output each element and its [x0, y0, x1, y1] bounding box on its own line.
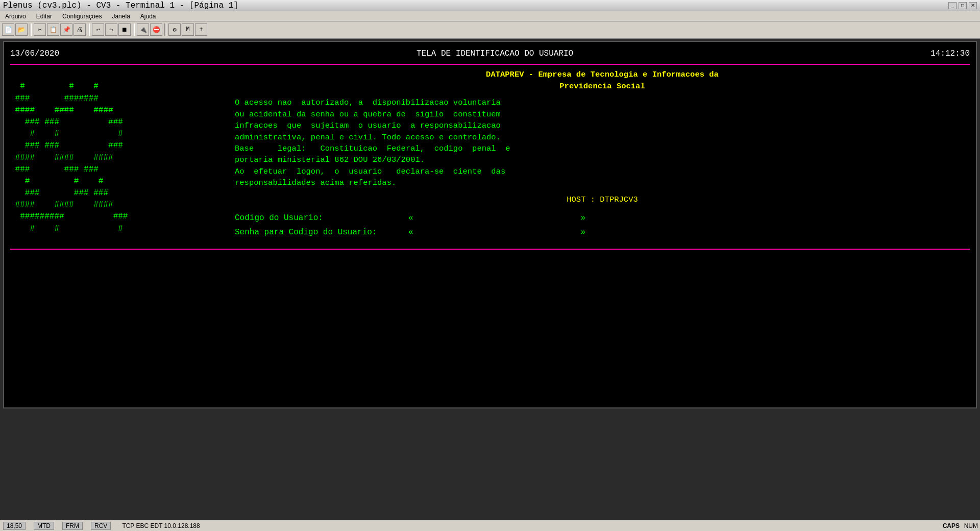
- menubar: Arquivo Editar Configurações Janela Ajud…: [0, 11, 980, 21]
- toolbar-sep-3: [133, 23, 135, 36]
- toolbar-copy[interactable]: 📋: [47, 23, 59, 36]
- toolbar-settings[interactable]: ⚙: [168, 23, 181, 36]
- close-button[interactable]: ✕: [969, 2, 977, 9]
- maximize-button[interactable]: □: [959, 2, 967, 9]
- company-title-line1: DATAPREV - Empresa de Tecnologia e Infor…: [486, 70, 719, 79]
- toolbar-macro[interactable]: M: [182, 23, 194, 36]
- status-rcv: RCV: [91, 522, 111, 530]
- terminal-content: # # # ### ####### #### #### #### ### ###…: [10, 69, 970, 240]
- toolbar-paste[interactable]: 📌: [60, 23, 72, 36]
- status-mtd: MTD: [34, 522, 54, 530]
- toolbar-sep-2: [88, 23, 90, 36]
- username-bracket-left: «: [408, 212, 413, 224]
- status-connection: TCP EBC EDT 10.0.128.188: [119, 522, 203, 529]
- status-position: 18,50: [3, 522, 26, 530]
- status-num: NUM: [964, 522, 978, 529]
- terminal[interactable]: 13/06/2020 TELA DE IDENTIFICACAO DO USUA…: [4, 42, 976, 407]
- password-input[interactable]: [415, 227, 579, 237]
- menu-ajuda[interactable]: Ajuda: [137, 13, 159, 20]
- menu-configuracoes[interactable]: Configurações: [59, 13, 105, 20]
- toolbar-forward[interactable]: ↪: [105, 23, 117, 36]
- input-fields: Codigo do Usuario: « » Senha para Codigo…: [235, 212, 970, 238]
- toolbar-disconnect[interactable]: ⛔: [150, 23, 162, 36]
- titlebar: Plenus (cv3.plc) - CV3 - Terminal 1 - [P…: [0, 0, 980, 11]
- username-row: Codigo do Usuario: « »: [235, 212, 970, 224]
- password-bracket-right: »: [581, 227, 586, 238]
- menu-editar[interactable]: Editar: [33, 13, 55, 20]
- terminal-header: 13/06/2020 TELA DE IDENTIFICACAO DO USUA…: [10, 46, 970, 62]
- host-line: HOST : DTPRJCV3: [235, 194, 970, 205]
- terminal-date: 13/06/2020: [10, 48, 59, 60]
- company-title: DATAPREV - Empresa de Tecnologia e Infor…: [235, 69, 970, 92]
- terminal-wrapper: 13/06/2020 TELA DE IDENTIFICACAO DO USUA…: [3, 41, 977, 408]
- username-input[interactable]: [415, 213, 579, 224]
- username-label: Codigo do Usuario:: [235, 212, 408, 224]
- terminal-divider-bottom: [10, 249, 970, 250]
- toolbar-print[interactable]: 🖨: [74, 23, 86, 36]
- toolbar-open[interactable]: 📂: [15, 23, 28, 36]
- toolbar: 📄 📂 ✂ 📋 📌 🖨 ↩ ↪ ⏹ 🔌 ⛔ ⚙ M +: [0, 21, 980, 39]
- password-bracket-left: «: [408, 227, 413, 238]
- company-title-line2: Previdencia Social: [559, 82, 645, 91]
- menu-arquivo[interactable]: Arquivo: [2, 13, 29, 20]
- toolbar-cut[interactable]: ✂: [34, 23, 46, 36]
- toolbar-connect[interactable]: 🔌: [137, 23, 149, 36]
- titlebar-title: Plenus (cv3.plc) - CV3 - Terminal 1 - [P…: [3, 1, 238, 10]
- status-caps: CAPS: [943, 522, 960, 529]
- toolbar-extra[interactable]: +: [195, 23, 207, 36]
- toolbar-sep-4: [164, 23, 166, 36]
- password-row: Senha para Codigo do Usuario: « »: [235, 227, 970, 238]
- menu-janela[interactable]: Janela: [109, 13, 133, 20]
- terminal-time: 14:12:30: [930, 48, 970, 60]
- username-bracket-right: »: [581, 212, 586, 224]
- terminal-divider-top: [10, 64, 970, 65]
- toolbar-new[interactable]: 📄: [2, 23, 14, 36]
- toolbar-back[interactable]: ↩: [92, 23, 104, 36]
- legal-text: O acesso nao autorizado, a disponibiliza…: [235, 97, 970, 189]
- info-block: DATAPREV - Empresa de Tecnologia e Infor…: [235, 69, 970, 240]
- password-label: Senha para Codigo do Usuario:: [235, 227, 408, 238]
- toolbar-stop[interactable]: ⏹: [118, 23, 131, 36]
- status-frm: FRM: [62, 522, 83, 530]
- statusbar: 18,50 MTD FRM RCV TCP EBC EDT 10.0.128.1…: [0, 520, 980, 531]
- ascii-art-block: # # # ### ####### #### #### #### ### ###…: [10, 69, 235, 240]
- toolbar-sep-1: [30, 23, 32, 36]
- minimize-button[interactable]: _: [948, 2, 957, 9]
- window-controls: _ □ ✕: [948, 2, 977, 9]
- terminal-screen-title: TELA DE IDENTIFICACAO DO USUARIO: [416, 48, 573, 60]
